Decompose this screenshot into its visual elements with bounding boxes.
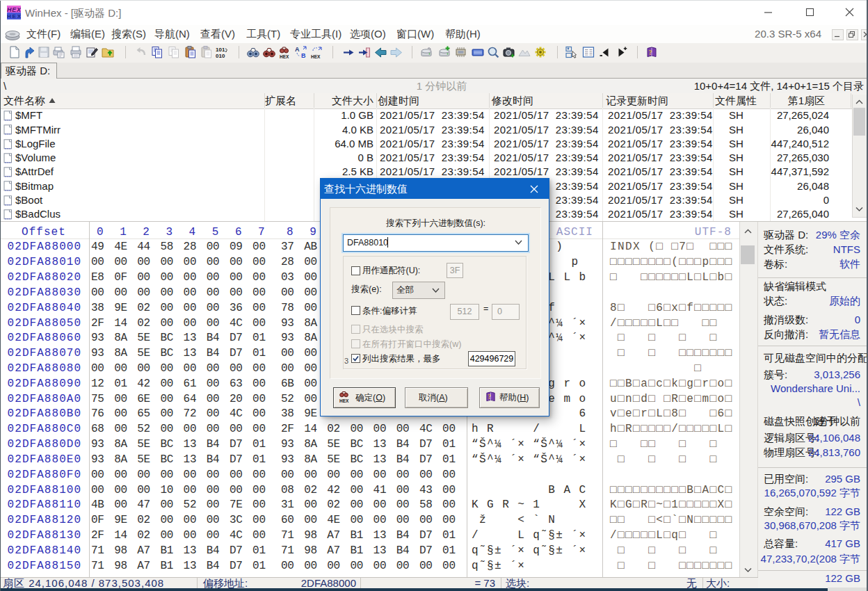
- svg-text:101: 101: [216, 47, 225, 53]
- svg-text:A: A: [295, 46, 300, 53]
- svg-text:HEX: HEX: [280, 54, 289, 59]
- svg-text:HEX: HEX: [7, 13, 21, 19]
- svg-text:B: B: [301, 52, 306, 58]
- svg-text:HEX: HEX: [339, 398, 349, 403]
- svg-text:010: 010: [216, 53, 225, 58]
- svg-text:?: ?: [488, 394, 491, 400]
- svg-text:HEX: HEX: [311, 54, 321, 59]
- svg-text:HEX: HEX: [7, 6, 21, 13]
- svg-text:?: ?: [649, 49, 652, 56]
